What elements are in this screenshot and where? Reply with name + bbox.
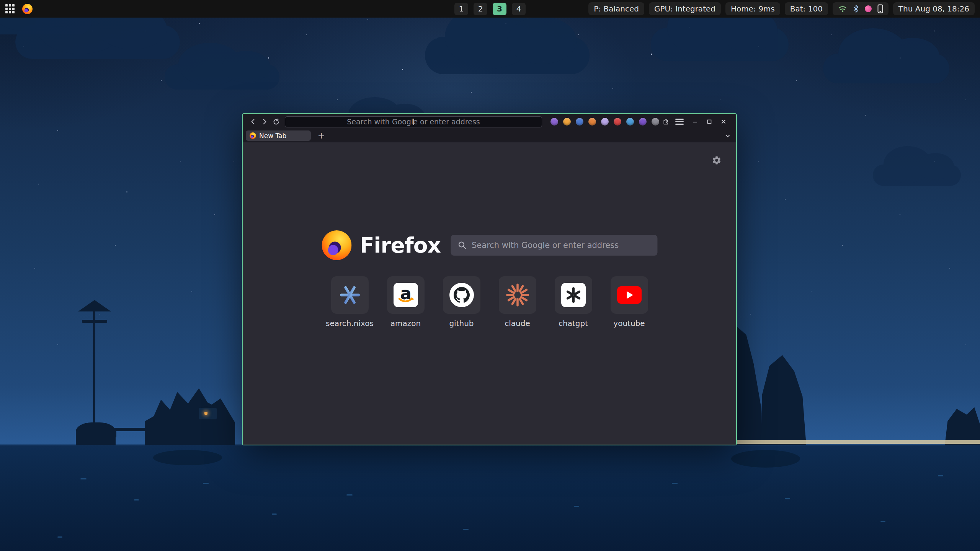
close-button[interactable] xyxy=(718,116,729,127)
newtab-search-bar[interactable] xyxy=(451,235,657,256)
status-chip: Bat: 100 xyxy=(785,2,828,15)
url-bar[interactable] xyxy=(285,116,542,127)
cloud xyxy=(823,54,949,83)
shortcut-label: amazon xyxy=(390,319,421,328)
workspace-button-1[interactable]: 1 xyxy=(454,3,468,15)
forward-button[interactable] xyxy=(259,116,270,127)
workspace-button-4[interactable]: 4 xyxy=(512,3,526,15)
wave-glint xyxy=(938,475,943,476)
desktop: 1234 P: BalancedGPU: IntegratedHome: 9ms… xyxy=(0,0,980,551)
tab-title: New Tab xyxy=(259,132,286,140)
shortcuts-row: search.nixos a amazon xyxy=(331,276,648,328)
status-chip: Home: 9ms xyxy=(725,2,780,15)
wave-glint xyxy=(272,514,277,515)
extension-violet-icon[interactable] xyxy=(550,118,558,126)
back-button[interactable] xyxy=(247,116,259,127)
shortcut-label: claude xyxy=(505,319,530,328)
firefox-favicon xyxy=(250,132,256,139)
list-tabs-chevron-icon[interactable] xyxy=(725,133,731,139)
browser-toolbar xyxy=(243,114,736,129)
cloud xyxy=(425,37,590,74)
app-launcher-icon[interactable] xyxy=(5,4,15,13)
clock[interactable]: Thu Aug 08, 18:26 xyxy=(893,2,975,15)
shortcut-card[interactable] xyxy=(331,276,369,314)
firefox-logo xyxy=(322,230,351,260)
watchtower-base xyxy=(76,422,116,445)
shortcut-label: youtube xyxy=(613,319,645,328)
shortcut-card[interactable] xyxy=(443,276,480,314)
shortcut-search-nixos[interactable]: search.nixos xyxy=(331,276,369,328)
extension-amber-icon[interactable] xyxy=(563,118,571,126)
firefox-window: New Tab + Firefox xyxy=(242,113,737,445)
shortcut-label: github xyxy=(449,319,474,328)
wave-glint xyxy=(785,498,790,499)
cloud xyxy=(651,28,789,61)
amazon-icon: a xyxy=(394,283,418,307)
causeway-post xyxy=(115,431,116,437)
status-bar-right: P: BalancedGPU: IntegratedHome: 9msBat: … xyxy=(588,2,975,15)
extension-gray-icon[interactable] xyxy=(652,118,659,126)
wave-glint xyxy=(134,499,139,500)
personalize-gear-icon[interactable] xyxy=(712,155,722,167)
window-controls xyxy=(690,116,729,127)
water-reflection xyxy=(731,450,800,468)
wave-glint xyxy=(203,483,209,484)
workspace-button-2[interactable]: 2 xyxy=(474,3,487,15)
extension-lavender-icon[interactable] xyxy=(601,118,609,126)
chatgpt-knot-icon xyxy=(561,283,586,307)
menu-button[interactable] xyxy=(675,119,684,124)
extension-toolbar xyxy=(550,118,659,126)
hut xyxy=(199,408,217,419)
shortcut-github[interactable]: github xyxy=(443,276,481,328)
status-chip: GPU: Integrated xyxy=(649,2,721,15)
wave-glint xyxy=(57,536,62,538)
status-bar: 1234 P: BalancedGPU: IntegratedHome: 9ms… xyxy=(0,0,980,18)
firefox-icon[interactable] xyxy=(22,4,33,14)
shortcut-card[interactable] xyxy=(555,276,592,314)
extension-blue-icon[interactable] xyxy=(576,118,583,126)
extension-azure-icon[interactable] xyxy=(626,118,634,126)
bluetooth-icon xyxy=(853,5,859,13)
wave-glint xyxy=(346,494,353,496)
extensions-puzzle-icon[interactable] xyxy=(662,117,671,126)
status-text-chips: P: BalancedGPU: IntegratedHome: 9msBat: … xyxy=(588,2,828,15)
system-tray[interactable] xyxy=(833,2,889,15)
text-caret xyxy=(413,119,414,125)
firefox-wordmark: Firefox xyxy=(360,233,441,258)
tab-new-tab[interactable]: New Tab xyxy=(246,130,311,141)
wave-glint xyxy=(574,506,579,507)
new-tab-button[interactable]: + xyxy=(316,130,327,141)
watchtower-mast xyxy=(93,310,95,437)
shortcut-label: chatgpt xyxy=(559,319,588,328)
newtab-page: Firefox xyxy=(243,142,736,445)
water-reflection xyxy=(153,450,222,465)
maximize-button[interactable] xyxy=(704,116,715,127)
extension-purple-icon[interactable] xyxy=(639,118,647,126)
wave-glint xyxy=(463,529,469,530)
wave-glint xyxy=(880,521,885,522)
github-octocat-icon xyxy=(449,283,474,307)
minimize-button[interactable] xyxy=(690,116,701,127)
newtab-search-input[interactable] xyxy=(472,241,650,250)
shortcut-youtube[interactable]: youtube xyxy=(610,276,648,328)
shortcut-card[interactable]: a xyxy=(387,276,425,314)
cloud xyxy=(873,165,961,186)
nixos-snowflake-icon xyxy=(338,283,362,307)
shortcut-card[interactable] xyxy=(611,276,648,314)
extension-orange-icon[interactable] xyxy=(588,118,596,126)
cloud xyxy=(165,64,279,90)
workspace-button-3[interactable]: 3 xyxy=(493,3,506,15)
status-bar-left xyxy=(5,4,33,14)
shortcut-chatgpt[interactable]: chatgpt xyxy=(554,276,593,328)
shortcut-amazon[interactable]: a amazon xyxy=(387,276,425,328)
search-icon xyxy=(457,241,467,250)
phone-icon xyxy=(877,4,883,13)
youtube-play-icon xyxy=(617,286,642,304)
newtab-hero: Firefox xyxy=(322,230,657,260)
shortcut-card[interactable] xyxy=(499,276,536,314)
watchtower-deck xyxy=(82,320,107,323)
wave-glint xyxy=(672,483,678,484)
reload-button[interactable] xyxy=(270,116,282,127)
shortcut-claude[interactable]: claude xyxy=(498,276,537,328)
extension-red-icon[interactable] xyxy=(614,118,621,126)
